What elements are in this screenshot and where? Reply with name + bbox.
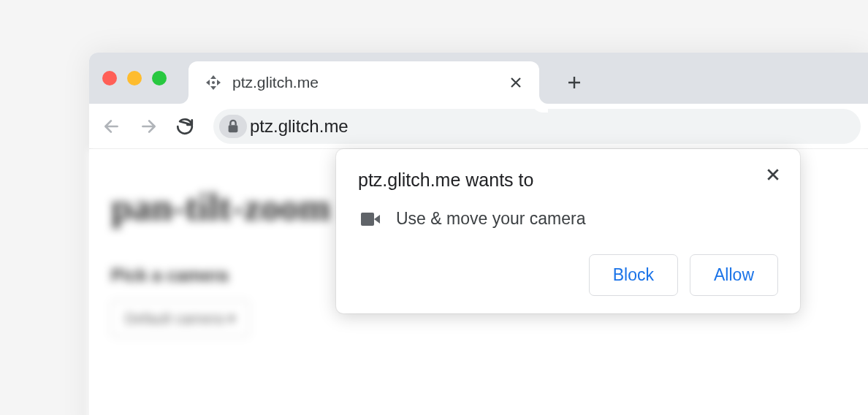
- url-text: ptz.glitch.me: [250, 116, 349, 137]
- tab-strip: ptz.glitch.me: [89, 53, 868, 104]
- permission-dialog: ptz.glitch.me wants to Use & move your c…: [336, 149, 800, 313]
- permission-row: Use & move your camera: [358, 209, 778, 229]
- dialog-buttons: Block Allow: [358, 254, 778, 296]
- close-window-button[interactable]: [102, 71, 117, 85]
- browser-toolbar: ptz.glitch.me: [89, 104, 868, 149]
- forward-button[interactable]: [133, 111, 164, 142]
- svg-rect-0: [229, 125, 238, 132]
- address-bar[interactable]: ptz.glitch.me: [213, 109, 861, 144]
- new-tab-button[interactable]: [560, 68, 589, 97]
- back-button[interactable]: [96, 111, 127, 142]
- camera-icon: [361, 213, 380, 226]
- maximize-window-button[interactable]: [152, 71, 167, 85]
- permission-text: Use & move your camera: [396, 209, 585, 229]
- browser-tab[interactable]: ptz.glitch.me: [189, 61, 539, 104]
- camera-select[interactable]: Default camera ▾: [111, 300, 249, 337]
- site-info-lock-icon[interactable]: [219, 115, 247, 138]
- reload-button[interactable]: [170, 111, 200, 142]
- window-controls: [102, 71, 167, 85]
- tab-title: ptz.glitch.me: [232, 74, 497, 91]
- allow-button[interactable]: Allow: [690, 254, 778, 296]
- tab-favicon-move-icon: [205, 74, 222, 91]
- block-button[interactable]: Block: [589, 254, 678, 296]
- close-tab-button[interactable]: [507, 74, 525, 91]
- dialog-close-button[interactable]: [762, 164, 784, 186]
- dialog-title: ptz.glitch.me wants to: [358, 170, 778, 191]
- minimize-window-button[interactable]: [127, 71, 142, 85]
